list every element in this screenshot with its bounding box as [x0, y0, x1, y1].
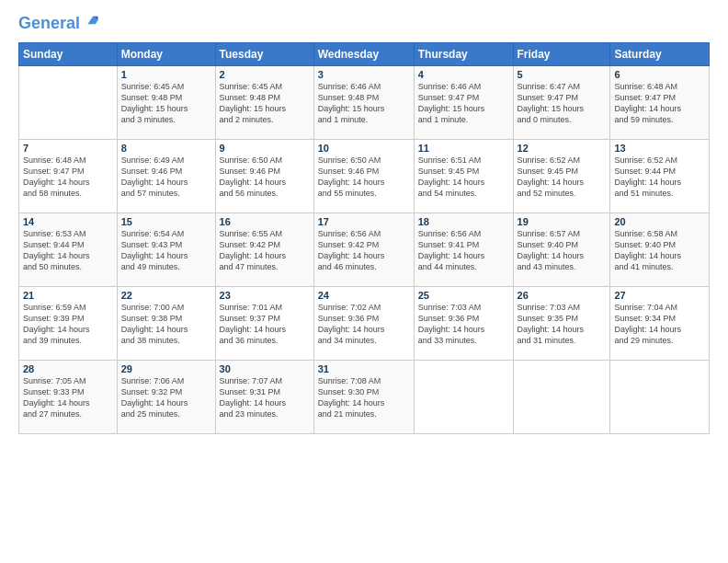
header-day-friday: Friday	[513, 42, 610, 65]
day-number: 17	[318, 216, 410, 227]
day-number: 8	[121, 143, 211, 154]
day-number: 28	[23, 363, 113, 374]
day-info: Sunrise: 7:01 AM Sunset: 9:37 PM Dayligh…	[220, 302, 310, 347]
day-info: Sunrise: 6:46 AM Sunset: 9:48 PM Dayligh…	[318, 81, 410, 126]
day-cell	[19, 65, 118, 139]
day-cell: 1Sunrise: 6:45 AM Sunset: 9:48 PM Daylig…	[117, 65, 215, 139]
header: General	[18, 15, 710, 33]
logo-text: General	[18, 15, 99, 33]
day-info: Sunrise: 6:47 AM Sunset: 9:47 PM Dayligh…	[518, 81, 607, 126]
day-cell: 22Sunrise: 7:00 AM Sunset: 9:38 PM Dayli…	[117, 286, 215, 360]
header-row: SundayMondayTuesdayWednesdayThursdayFrid…	[19, 42, 710, 65]
day-number: 18	[418, 216, 509, 227]
week-row-2: 7Sunrise: 6:48 AM Sunset: 9:47 PM Daylig…	[19, 139, 710, 213]
week-row-3: 14Sunrise: 6:53 AM Sunset: 9:44 PM Dayli…	[19, 213, 710, 286]
day-info: Sunrise: 7:03 AM Sunset: 9:35 PM Dayligh…	[518, 302, 607, 347]
header-day-saturday: Saturday	[610, 42, 710, 65]
day-cell: 28Sunrise: 7:05 AM Sunset: 9:33 PM Dayli…	[19, 360, 118, 433]
day-info: Sunrise: 6:52 AM Sunset: 9:45 PM Dayligh…	[518, 155, 607, 200]
day-info: Sunrise: 6:45 AM Sunset: 9:48 PM Dayligh…	[121, 81, 211, 126]
day-cell	[513, 360, 610, 433]
day-number: 10	[318, 143, 410, 154]
day-info: Sunrise: 6:55 AM Sunset: 9:42 PM Dayligh…	[220, 228, 310, 273]
day-cell: 24Sunrise: 7:02 AM Sunset: 9:36 PM Dayli…	[313, 286, 414, 360]
day-info: Sunrise: 6:46 AM Sunset: 9:47 PM Dayligh…	[418, 81, 509, 126]
day-cell: 30Sunrise: 7:07 AM Sunset: 9:31 PM Dayli…	[215, 360, 313, 433]
day-cell: 20Sunrise: 6:58 AM Sunset: 9:40 PM Dayli…	[610, 213, 710, 286]
day-info: Sunrise: 6:58 AM Sunset: 9:40 PM Dayligh…	[614, 228, 705, 273]
day-cell: 21Sunrise: 6:59 AM Sunset: 9:39 PM Dayli…	[19, 286, 118, 360]
day-cell: 14Sunrise: 6:53 AM Sunset: 9:44 PM Dayli…	[19, 213, 118, 286]
calendar-page: General SundayMondayTuesdayWednesdayThur…	[0, 0, 728, 563]
day-cell: 13Sunrise: 6:52 AM Sunset: 9:44 PM Dayli…	[610, 139, 710, 213]
day-info: Sunrise: 7:06 AM Sunset: 9:32 PM Dayligh…	[121, 375, 211, 420]
day-cell: 15Sunrise: 6:54 AM Sunset: 9:43 PM Dayli…	[117, 213, 215, 286]
day-cell: 10Sunrise: 6:50 AM Sunset: 9:46 PM Dayli…	[313, 139, 414, 213]
week-row-5: 28Sunrise: 7:05 AM Sunset: 9:33 PM Dayli…	[19, 360, 710, 433]
day-number: 2	[220, 69, 310, 80]
calendar-table: SundayMondayTuesdayWednesdayThursdayFrid…	[18, 42, 710, 434]
day-info: Sunrise: 6:50 AM Sunset: 9:46 PM Dayligh…	[318, 155, 410, 200]
day-cell: 19Sunrise: 6:57 AM Sunset: 9:40 PM Dayli…	[513, 213, 610, 286]
week-row-1: 1Sunrise: 6:45 AM Sunset: 9:48 PM Daylig…	[19, 65, 710, 139]
day-info: Sunrise: 7:00 AM Sunset: 9:38 PM Dayligh…	[121, 302, 211, 347]
day-number: 11	[418, 143, 509, 154]
day-number: 29	[121, 363, 211, 374]
day-number: 31	[318, 363, 410, 374]
day-cell: 31Sunrise: 7:08 AM Sunset: 9:30 PM Dayli…	[313, 360, 414, 433]
day-info: Sunrise: 6:56 AM Sunset: 9:41 PM Dayligh…	[418, 228, 509, 273]
header-day-tuesday: Tuesday	[215, 42, 313, 65]
day-number: 6	[614, 69, 705, 80]
header-day-thursday: Thursday	[414, 42, 513, 65]
day-cell: 25Sunrise: 7:03 AM Sunset: 9:36 PM Dayli…	[414, 286, 513, 360]
day-cell: 23Sunrise: 7:01 AM Sunset: 9:37 PM Dayli…	[215, 286, 313, 360]
day-number: 12	[518, 143, 607, 154]
day-number: 13	[614, 143, 705, 154]
day-number: 14	[23, 216, 113, 227]
day-cell	[610, 360, 710, 433]
week-row-4: 21Sunrise: 6:59 AM Sunset: 9:39 PM Dayli…	[19, 286, 710, 360]
day-cell	[414, 360, 513, 433]
day-cell: 12Sunrise: 6:52 AM Sunset: 9:45 PM Dayli…	[513, 139, 610, 213]
day-info: Sunrise: 7:05 AM Sunset: 9:33 PM Dayligh…	[23, 375, 113, 420]
day-cell: 9Sunrise: 6:50 AM Sunset: 9:46 PM Daylig…	[215, 139, 313, 213]
day-info: Sunrise: 6:50 AM Sunset: 9:46 PM Dayligh…	[220, 155, 310, 200]
day-info: Sunrise: 6:45 AM Sunset: 9:48 PM Dayligh…	[220, 81, 310, 126]
day-number: 26	[518, 290, 607, 301]
logo-icon	[86, 14, 99, 27]
day-cell: 29Sunrise: 7:06 AM Sunset: 9:32 PM Dayli…	[117, 360, 215, 433]
day-number: 16	[220, 216, 310, 227]
day-number: 5	[518, 69, 607, 80]
day-cell: 6Sunrise: 6:48 AM Sunset: 9:47 PM Daylig…	[610, 65, 710, 139]
day-cell: 2Sunrise: 6:45 AM Sunset: 9:48 PM Daylig…	[215, 65, 313, 139]
day-number: 22	[121, 290, 211, 301]
day-cell: 3Sunrise: 6:46 AM Sunset: 9:48 PM Daylig…	[313, 65, 414, 139]
day-number: 23	[220, 290, 310, 301]
day-info: Sunrise: 7:03 AM Sunset: 9:36 PM Dayligh…	[418, 302, 509, 347]
day-info: Sunrise: 6:51 AM Sunset: 9:45 PM Dayligh…	[418, 155, 509, 200]
day-info: Sunrise: 7:08 AM Sunset: 9:30 PM Dayligh…	[318, 375, 410, 420]
header-day-wednesday: Wednesday	[313, 42, 414, 65]
day-info: Sunrise: 6:54 AM Sunset: 9:43 PM Dayligh…	[121, 228, 211, 273]
day-info: Sunrise: 7:02 AM Sunset: 9:36 PM Dayligh…	[318, 302, 410, 347]
header-day-sunday: Sunday	[19, 42, 118, 65]
day-cell: 5Sunrise: 6:47 AM Sunset: 9:47 PM Daylig…	[513, 65, 610, 139]
header-day-monday: Monday	[117, 42, 215, 65]
day-info: Sunrise: 6:56 AM Sunset: 9:42 PM Dayligh…	[318, 228, 410, 273]
day-number: 7	[23, 143, 113, 154]
day-info: Sunrise: 6:48 AM Sunset: 9:47 PM Dayligh…	[614, 81, 705, 126]
day-info: Sunrise: 7:07 AM Sunset: 9:31 PM Dayligh…	[220, 375, 310, 420]
day-number: 15	[121, 216, 211, 227]
day-cell: 17Sunrise: 6:56 AM Sunset: 9:42 PM Dayli…	[313, 213, 414, 286]
day-number: 20	[614, 216, 705, 227]
day-cell: 27Sunrise: 7:04 AM Sunset: 9:34 PM Dayli…	[610, 286, 710, 360]
day-cell: 26Sunrise: 7:03 AM Sunset: 9:35 PM Dayli…	[513, 286, 610, 360]
day-number: 19	[518, 216, 607, 227]
day-cell: 4Sunrise: 6:46 AM Sunset: 9:47 PM Daylig…	[414, 65, 513, 139]
day-number: 27	[614, 290, 705, 301]
day-info: Sunrise: 6:49 AM Sunset: 9:46 PM Dayligh…	[121, 155, 211, 200]
day-number: 25	[418, 290, 509, 301]
day-number: 4	[418, 69, 509, 80]
day-info: Sunrise: 6:48 AM Sunset: 9:47 PM Dayligh…	[23, 155, 113, 200]
day-cell: 7Sunrise: 6:48 AM Sunset: 9:47 PM Daylig…	[19, 139, 118, 213]
